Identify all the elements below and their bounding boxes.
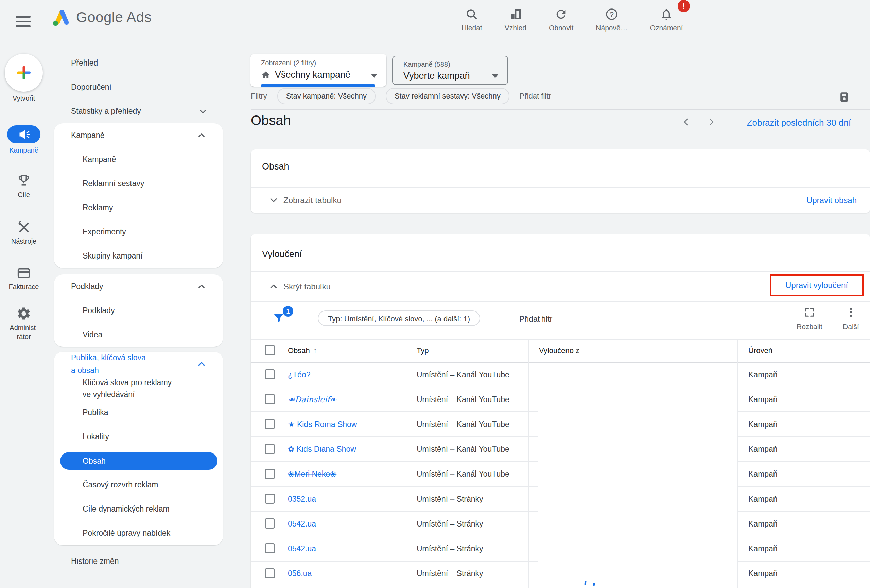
notification-badge: ! — [678, 0, 690, 12]
exclusions-card: Vyloučení Skrýt tabulku Upravit vyloučen… — [251, 234, 870, 588]
topbar-divider — [706, 5, 706, 30]
nav-item-experiments[interactable]: Experimenty — [54, 220, 223, 244]
page-title: Obsah — [251, 113, 291, 128]
edit-exclusions-link[interactable]: Upravit vyloučení — [785, 281, 848, 290]
rail-item-admin[interactable] — [0, 306, 48, 321]
table-add-filter[interactable]: Přidat filtr — [519, 314, 552, 324]
more-button[interactable]: Další — [834, 307, 868, 331]
chevron-left-icon[interactable] — [680, 116, 692, 128]
nav-item-search-keywords[interactable]: Klíčová slova pro reklamy ve vyhledávání — [54, 377, 223, 400]
notifications-button[interactable]: Oznámení ! — [650, 3, 683, 32]
redaction-overlay — [538, 363, 737, 588]
chevron-down-icon[interactable] — [268, 195, 279, 205]
row-checkbox[interactable] — [265, 444, 275, 454]
triangle-down-icon — [492, 74, 499, 78]
row-checkbox[interactable] — [265, 543, 275, 553]
hide-table-toggle[interactable]: Skrýt tabulku — [283, 282, 331, 292]
active-view-indicator — [261, 84, 375, 87]
nav-item-overview[interactable]: Přehled — [48, 51, 224, 75]
row-checkbox[interactable] — [265, 419, 275, 429]
expand-button[interactable]: Rozbalit — [793, 307, 827, 331]
card-divider — [251, 271, 870, 272]
chevron-up-icon — [197, 359, 207, 369]
chevron-up-icon[interactable] — [268, 281, 279, 292]
nav-group-assets-header[interactable]: Podklady — [54, 274, 223, 299]
menu-icon[interactable] — [16, 16, 31, 30]
nav-group-assets: Podklady Podklady Videa — [54, 274, 223, 347]
view-picker[interactable]: Zobrazení (2 filtry) Všechny kampaně — [250, 54, 386, 86]
nav-item-dynamic-ad-targets[interactable]: Cíle dynamických reklam — [54, 497, 223, 521]
nav-item-campaigns[interactable]: Kampaně — [54, 147, 223, 171]
search-icon — [462, 3, 482, 21]
nav-group-campaigns-header[interactable]: Kampaně — [54, 123, 223, 147]
credit-card-icon — [0, 266, 48, 281]
rail-item-billing[interactable] — [0, 266, 48, 281]
help-button[interactable]: ? Nápově… — [596, 3, 627, 32]
type-filter-chip[interactable]: Typ: Umístění, Klíčové slovo, ... (a dal… — [318, 311, 480, 326]
nav-item-ad-groups[interactable]: Reklamní sestavy — [54, 171, 223, 196]
row-checkbox[interactable] — [265, 494, 275, 504]
column-header-uroven[interactable]: Úroveň — [748, 346, 772, 355]
nav-group-campaigns: Kampaně Kampaně Reklamní sestavy Reklamy… — [54, 123, 223, 268]
chevron-up-icon — [197, 131, 207, 141]
campaign-picker[interactable]: Kampaně (588) Vyberte kampaň — [392, 56, 508, 85]
nav-item-insights[interactable]: Statistiky a přehledy — [48, 99, 224, 123]
row-checkbox[interactable] — [265, 369, 275, 380]
filters-bar: Filtry Stav kampaně: Všechny Stav reklam… — [251, 88, 551, 104]
nav-item-recommendations[interactable]: Doporučení — [48, 75, 224, 99]
nav-item-change-history[interactable]: Historie změn — [48, 549, 224, 573]
nav-item-ad-schedule[interactable]: Časový rozvrh reklam — [54, 473, 223, 497]
appearance-button[interactable]: Vzhled — [505, 3, 526, 32]
gear-icon — [0, 306, 48, 321]
triangle-down-icon — [371, 74, 378, 78]
nav-group-audiences: Publika, klíčová slova a obsah Klíčová s… — [54, 351, 223, 545]
rail-label-billing: Fakturace — [9, 283, 39, 290]
rail-item-campaigns[interactable] — [7, 125, 40, 143]
edit-content-link[interactable]: Upravit obsah — [806, 196, 857, 205]
chevron-down-icon — [198, 106, 208, 116]
nav-item-audiences[interactable]: Publika — [54, 400, 223, 424]
chevron-right-icon[interactable] — [706, 116, 717, 128]
ads-logo-icon — [50, 7, 70, 27]
google-ads-logo: Google Ads — [50, 7, 152, 27]
rail-item-goals[interactable] — [0, 173, 48, 188]
nav-group-audiences-header[interactable]: Publika, klíčová slova a obsah — [54, 351, 223, 377]
annotation-highlight-box: Upravit vyloučení — [770, 274, 864, 296]
column-header-vylouceno-z[interactable]: Vyloučeno z — [539, 346, 580, 355]
save-icon[interactable] — [838, 91, 850, 103]
nav-item-videos[interactable]: Videa — [54, 323, 223, 347]
main-content: Zobrazení (2 filtry) Všechny kampaně Kam… — [224, 34, 870, 588]
megaphone-icon — [17, 128, 31, 141]
row-checkbox[interactable] — [265, 568, 275, 579]
section-divider — [251, 109, 870, 110]
nav-item-ads[interactable]: Reklamy — [54, 196, 223, 220]
expand-icon — [793, 307, 827, 318]
filter-chip-campaign-status[interactable]: Stav kampaně: Všechny — [277, 88, 375, 104]
date-range-link[interactable]: Zobrazit posledních 30 dní — [747, 118, 851, 128]
trophy-icon — [0, 173, 48, 188]
home-icon — [261, 70, 271, 80]
nav-item-campaign-groups[interactable]: Skupiny kampaní — [54, 244, 223, 268]
row-checkbox[interactable] — [265, 518, 275, 528]
row-checkbox[interactable] — [265, 469, 275, 479]
select-all-checkbox[interactable] — [265, 345, 275, 355]
column-header-obsah[interactable]: Obsah↑ — [288, 346, 317, 355]
top-app-bar: Google Ads Hledat Vzhled — [0, 0, 870, 34]
filter-chip-adgroup-status[interactable]: Stav reklamní sestavy: Všechny — [386, 88, 509, 104]
nav-item-advanced-bid-adj[interactable]: Pokročilé úpravy nabídek — [54, 521, 223, 545]
rail-label-tools: Nástroje — [11, 237, 36, 245]
column-header-typ[interactable]: Typ — [417, 346, 429, 355]
refresh-button[interactable]: Obnovit — [549, 3, 573, 32]
exclusions-card-title: Vyloučení — [262, 249, 302, 259]
search-button[interactable]: Hledat — [462, 3, 482, 32]
show-table-toggle[interactable]: Zobrazit tabulku — [283, 196, 341, 205]
chevron-up-icon — [197, 281, 207, 292]
nav-item-content-active[interactable]: Obsah — [60, 452, 218, 470]
row-checkbox[interactable] — [265, 394, 275, 404]
nav-item-locations[interactable]: Lokality — [54, 424, 223, 449]
topbar-actions: Hledat Vzhled Obnovit ? — [462, 3, 683, 32]
create-button[interactable] — [5, 54, 43, 92]
nav-item-assets[interactable]: Podklady — [54, 299, 223, 323]
rail-item-tools[interactable] — [0, 220, 48, 235]
add-filter-link[interactable]: Přidat filtr — [520, 92, 551, 101]
